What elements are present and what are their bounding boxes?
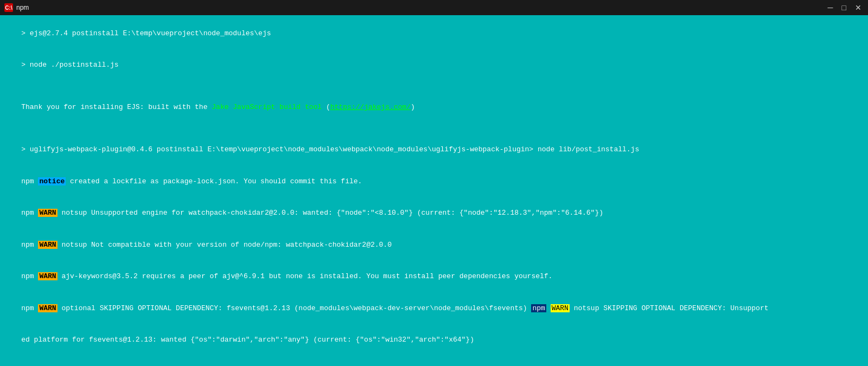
warn-line-1: npm WARN notsup Unsupported engine for w… [4,197,864,229]
warn-line-3: npm WARN ajv-keywords@3.5.2 requires a p… [4,261,864,293]
titlebar: C:\ npm ─ □ ✕ [0,0,868,15]
ejs-thank: Thank you for installing EJS: built with… [4,92,864,124]
warn-badge-2: WARN [38,241,57,249]
terminal: > ejs@2.7.4 postinstall E:\temp\vueproje… [0,15,868,366]
warn-line-5: npm WARN optional SKIPPING OPTIONAL DEPE… [4,356,864,366]
notice-badge: notice [38,177,66,185]
line-1: > ejs@2.7.4 postinstall E:\temp\vueproje… [4,17,864,49]
close-button[interactable]: ✕ [853,4,864,11]
warn-badge-1: WARN [38,209,57,217]
warn-line-4b: ed platform for fsevents@1.2.13: wanted … [4,324,864,356]
warn-line-4: npm WARN optional SKIPPING OPTIONAL DEPE… [4,292,864,324]
titlebar-icon: C:\ [4,3,13,12]
warn-line-2: npm WARN notsup Not compatible with your… [4,229,864,261]
titlebar-title: npm [16,4,826,11]
titlebar-controls: ─ □ ✕ [826,4,864,11]
maximize-button[interactable]: □ [840,4,848,11]
blank-2 [4,123,864,134]
uglify-line: > uglifyjs-webpack-plugin@0.4.6 postinst… [4,134,864,166]
minimize-button[interactable]: ─ [826,4,835,11]
warn-badge-3: WARN [38,272,57,280]
warn-badge-4: WARN [38,304,57,312]
line-2: > node ./postinstall.js [4,49,864,81]
notice-line: npm notice created a lockfile as package… [4,165,864,197]
blank-1 [4,81,864,92]
